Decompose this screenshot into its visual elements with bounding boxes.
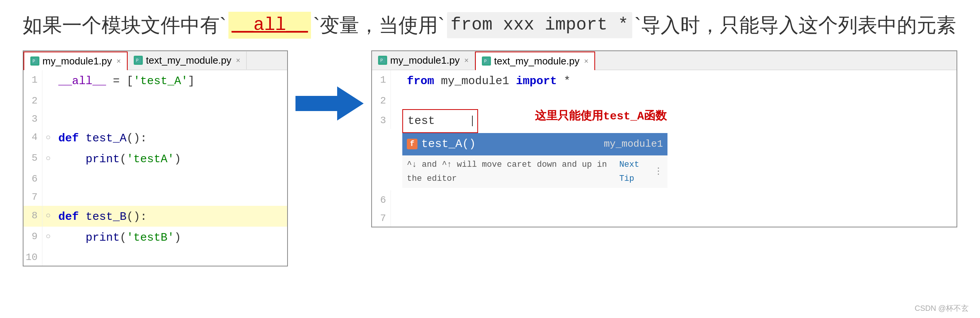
watermark: CSDN @杯不玄 [915, 303, 969, 313]
tip-menu-dots[interactable]: ⋮ [654, 164, 663, 180]
autocomplete-tip-row: ^↓ and ^↑ will move caret down and up in… [402, 155, 668, 188]
left-code-area: 1 __all__ = ['test_A'] 2 3 [24, 70, 287, 266]
right-tab-text-my-module[interactable]: P text_my_module.py × [475, 51, 595, 70]
code-line-2: 2 [24, 91, 287, 109]
desc-part1: 如果一个模块文件中有` [23, 11, 226, 39]
cursor-blink [472, 116, 473, 126]
code-line-9: 9 ○ print('testB') [24, 227, 287, 248]
left-tab2-label: text_my_module.py [146, 54, 231, 66]
right-code-line-2: 2 [372, 91, 956, 109]
svg-text:P: P [136, 58, 138, 62]
left-tab-bar: P my_module1.py × P text_my_module.py × [24, 51, 287, 70]
right-tab2-label: text_my_module.py [494, 55, 579, 67]
arrow-container [288, 50, 371, 126]
right-arrow-icon [296, 81, 364, 126]
code-line-7: 7 [24, 187, 287, 205]
left-tab2-close[interactable]: × [236, 56, 240, 65]
right-tab1-close[interactable]: × [465, 56, 469, 65]
py-icon-right2: P [482, 56, 491, 66]
py-icon-left2: P [134, 56, 143, 65]
function-icon: f [407, 139, 417, 149]
autocomplete-input-text: test [407, 112, 472, 131]
autocomplete-note: 这里只能使用test_A函数 [535, 107, 667, 126]
right-code-area: 1 from my_module1 import * 2 3 [372, 70, 956, 227]
code-line-6: 6 [24, 169, 287, 187]
code-line-3: 3 [24, 109, 287, 127]
code-line-5: 5 ○ print('testA') [24, 148, 287, 169]
code-line-1: 1 __all__ = ['test_A'] [24, 70, 287, 91]
py-icon-left1: P [30, 56, 40, 66]
svg-text:P: P [380, 58, 383, 62]
panels-row: P my_module1.py × P text_my_module.py × … [23, 50, 957, 310]
right-code-line-1: 1 from my_module1 import * [372, 70, 956, 91]
right-tab-bar: P my_module1.py × P text_my_module.py × [372, 51, 956, 70]
tip-text: ^↓ and ^↑ will move caret down and up in… [407, 158, 608, 186]
left-tab1-close[interactable]: × [117, 57, 121, 66]
desc-all-var: __all__ [228, 12, 311, 39]
code-line-8: 8 ○ def test_B(): [24, 206, 287, 227]
description-text: 如果一个模块文件中有` __all__ `变量，当使用` from xxx im… [23, 11, 957, 39]
left-tab1-label: my_module1.py [43, 55, 112, 67]
right-tab2-close[interactable]: × [584, 57, 589, 66]
autocomplete-suggestion-item[interactable]: f test_A() my_module1 [402, 133, 668, 155]
right-code-line-3: 3 这里只能使用test_A函数 test [372, 109, 956, 188]
right-tab-my-module1[interactable]: P my_module1.py × [372, 51, 475, 69]
desc-import-code: from xxx import * [447, 12, 632, 38]
code-line-4: 4 ○ def test_A(): [24, 127, 287, 148]
right-code-line-6: 6 [372, 190, 956, 208]
autocomplete-input-row[interactable]: test [402, 109, 478, 133]
next-tip-link[interactable]: Next Tip [619, 158, 651, 186]
autocomplete-item-module: my_module1 [604, 136, 663, 152]
page-container: 如果一个模块文件中有` __all__ `变量，当使用` from xxx im… [0, 0, 980, 318]
right-code-line-7: 7 [372, 208, 956, 227]
left-tab-my-module1[interactable]: P my_module1.py × [24, 51, 128, 70]
autocomplete-item-text: test_A() [421, 134, 600, 154]
svg-text:P: P [33, 59, 35, 63]
py-icon-right1: P [378, 56, 387, 65]
desc-part3: `导入时，只能导入这个列表中的元素 [635, 11, 956, 39]
code-line-10: 10 [24, 248, 287, 266]
right-ide-panel: P my_module1.py × P text_my_module.py × … [371, 50, 957, 227]
left-tab-text-my-module[interactable]: P text_my_module.py × [128, 51, 247, 69]
svg-marker-4 [296, 86, 364, 120]
svg-text:P: P [484, 59, 487, 63]
right-tab1-label: my_module1.py [390, 54, 460, 66]
left-ide-panel: P my_module1.py × P text_my_module.py × … [23, 50, 288, 267]
desc-part2: `变量，当使用` [313, 11, 445, 39]
